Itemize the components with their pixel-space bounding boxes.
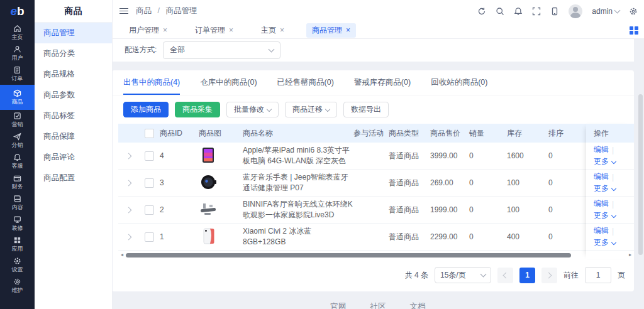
tab-user-manage[interactable]: 用户管理×	[123, 23, 173, 38]
sidebar-item-service[interactable]: 客服	[0, 151, 35, 172]
col-header-operation: 操作	[586, 124, 634, 143]
jump-page-input[interactable]	[585, 267, 611, 283]
edit-link[interactable]: 编辑	[594, 171, 609, 182]
menu-item-product-guarantee[interactable]: 商品保障	[35, 126, 112, 147]
avatar[interactable]	[569, 4, 582, 18]
close-icon[interactable]: ×	[346, 26, 350, 35]
export-data-button[interactable]: 数据导出	[343, 102, 389, 117]
tab-stock-alert[interactable]: 警戒库存商品(0)	[354, 70, 411, 95]
expand-row-icon[interactable]	[125, 207, 131, 213]
page-size-select[interactable]: 15条/页	[435, 267, 491, 283]
footer-link-community[interactable]: 社区	[370, 301, 386, 309]
tab-in-warehouse[interactable]: 仓库中的商品(0)	[200, 70, 257, 95]
sidebar-item-settings[interactable]: 设置	[0, 255, 35, 276]
app-logo[interactable]: eb	[0, 0, 35, 23]
vertical-scrollbar-thumb[interactable]	[638, 94, 643, 255]
add-product-button[interactable]: 添加商品	[123, 102, 169, 117]
marketing-icon	[13, 112, 21, 120]
footer-link-official[interactable]: 官网	[331, 301, 347, 309]
refresh-icon[interactable]	[477, 7, 486, 16]
more-dropdown[interactable]: 更多	[594, 237, 634, 248]
tab-recycle-bin[interactable]: 回收站的商品(0)	[431, 70, 487, 95]
bell-icon[interactable]	[514, 7, 523, 16]
sidebar-item-finance[interactable]: 财务	[0, 172, 35, 193]
menu-item-product-spec[interactable]: 商品规格	[35, 64, 112, 85]
menu-item-product-review[interactable]: 商品评论	[35, 147, 112, 168]
product-name[interactable]: Xiaomi Civi 2 冰冰蓝 8GB+128GB	[243, 226, 353, 247]
horizontal-scrollbar-thumb[interactable]	[126, 253, 571, 258]
page-number-1[interactable]: 1	[519, 268, 535, 283]
main-content: 配送方式: 全部 出售中的商品(4) 仓库中的商品(0) 已经售罄商品(0) 警…	[112, 38, 644, 309]
product-name[interactable]: Apple/苹果iPad mini6 8.3英寸平板电脑 64G-WLAN版 深…	[243, 145, 353, 166]
migrate-dropdown[interactable]: 商品迁移	[285, 102, 337, 117]
col-header-sales: 销量	[469, 128, 507, 139]
user-icon	[13, 45, 21, 53]
more-dropdown[interactable]: 更多	[594, 156, 634, 167]
scroll-left-arrow[interactable]: ◂	[119, 251, 125, 259]
menu-item-product-config[interactable]: 商品配置	[35, 168, 112, 188]
col-header-image: 商品图	[199, 128, 243, 139]
sidebar-item-apps[interactable]: 应用	[0, 234, 35, 255]
collapse-menu-icon[interactable]	[119, 6, 128, 16]
fullscreen-icon[interactable]	[532, 7, 541, 16]
mobile-icon[interactable]	[550, 7, 559, 16]
product-name[interactable]: BINNIFA客厅音响无线立体环绕K歌观影一体家庭影院Live3D	[243, 199, 353, 220]
sidebar-item-marketing[interactable]: 营销	[0, 110, 35, 131]
row-checkbox[interactable]	[145, 178, 154, 188]
edit-link[interactable]: 编辑	[594, 144, 609, 155]
tab-home[interactable]: 主页×	[255, 23, 290, 38]
phone-thumbnail[interactable]	[199, 227, 218, 246]
service-bell-icon	[13, 153, 21, 161]
select-all-checkbox[interactable]	[145, 129, 154, 138]
col-header-type: 商品类型	[389, 128, 430, 139]
product-table: 商品ID 商品图 商品名称 参与活动 商品类型 商品售价 销量 库存 排序	[118, 124, 634, 259]
tab-list-grid-icon[interactable]	[630, 26, 638, 35]
prev-page-button[interactable]	[497, 268, 513, 283]
user-menu[interactable]: admin	[592, 7, 619, 16]
ipad-thumbnail[interactable]	[199, 146, 218, 165]
sidebar-item-content[interactable]: 内容	[0, 193, 35, 214]
row-actions: 编辑| 更多	[586, 143, 634, 170]
finance-wallet-icon	[13, 174, 21, 182]
tab-order-manage[interactable]: 订单管理×	[189, 23, 239, 38]
sidebar-item-goods[interactable]: 商品	[0, 85, 35, 110]
settings-gear-icon	[13, 257, 21, 265]
close-icon[interactable]: ×	[280, 26, 284, 35]
product-name[interactable]: 蓝牙音乐手表 | Jeep智能表蓝牙通话健康管理 P07	[243, 172, 353, 193]
menu-item-product-category[interactable]: 商品分类	[35, 43, 112, 64]
next-page-button[interactable]	[541, 268, 557, 283]
sidebar-item-decoration[interactable]: 装修	[0, 214, 35, 234]
smartwatch-thumbnail[interactable]	[199, 173, 218, 192]
gear-icon[interactable]	[629, 7, 638, 16]
more-dropdown[interactable]: 更多	[594, 210, 634, 221]
sidebar-item-order[interactable]: 订单	[0, 64, 35, 85]
sidebar-item-user[interactable]: 用户	[0, 43, 35, 64]
menu-item-product-param[interactable]: 商品参数	[35, 85, 112, 106]
expand-row-icon[interactable]	[125, 180, 131, 186]
collect-product-button[interactable]: 商品采集	[175, 102, 220, 117]
delivery-filter-select[interactable]: 全部	[163, 41, 280, 59]
expand-row-icon[interactable]	[125, 234, 131, 240]
tab-product-manage[interactable]: 商品管理×	[306, 23, 356, 38]
sidebar-item-home[interactable]: 主页	[0, 23, 35, 43]
batch-edit-dropdown[interactable]: 批量修改	[226, 102, 279, 117]
row-checkbox[interactable]	[145, 232, 154, 242]
more-dropdown[interactable]: 更多	[594, 183, 634, 194]
search-icon[interactable]	[496, 7, 504, 16]
edit-link[interactable]: 编辑	[594, 225, 609, 236]
close-icon[interactable]: ×	[229, 26, 233, 35]
tab-sold-out[interactable]: 已经售罄商品(0)	[277, 70, 334, 95]
menu-item-product-manage[interactable]: 商品管理	[35, 23, 112, 43]
close-icon[interactable]: ×	[163, 26, 167, 35]
row-checkbox[interactable]	[145, 205, 154, 215]
row-checkbox[interactable]	[145, 151, 154, 161]
secondary-sidebar-title: 商品	[35, 0, 112, 23]
menu-item-product-label[interactable]: 商品标签	[35, 106, 112, 126]
soundbar-thumbnail[interactable]	[199, 200, 218, 219]
tab-on-sale[interactable]: 出售中的商品(4)	[123, 70, 180, 95]
sidebar-item-distribution[interactable]: 分销	[0, 131, 35, 151]
edit-link[interactable]: 编辑	[594, 198, 609, 209]
expand-row-icon[interactable]	[125, 153, 131, 159]
footer-link-docs[interactable]: 文档	[410, 301, 426, 309]
sidebar-item-maintenance[interactable]: 维护	[0, 276, 35, 296]
